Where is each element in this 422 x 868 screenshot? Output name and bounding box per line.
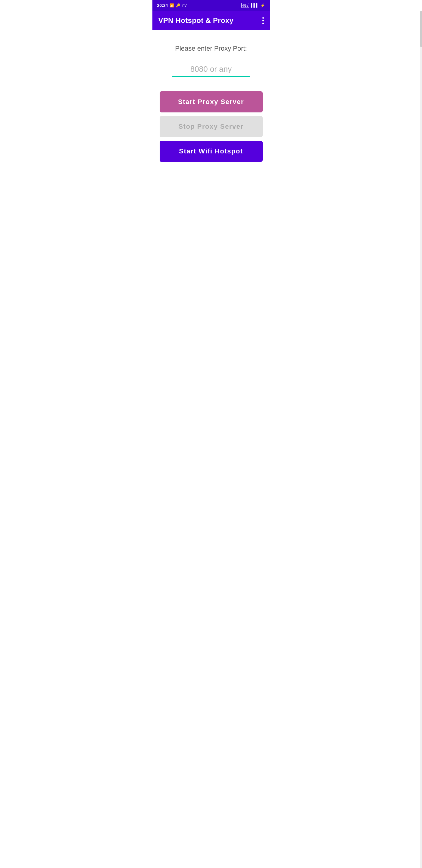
proxy-port-input[interactable]	[172, 62, 250, 77]
more-options-icon[interactable]	[262, 17, 264, 24]
proxy-port-label: Please enter Proxy Port:	[175, 44, 247, 53]
status-time: 20:24	[157, 3, 168, 8]
status-bar: 20:24 📶 🔑 nV 4G↓ ▌▌▌ ⚡	[153, 0, 270, 11]
nv-label: nV	[182, 3, 187, 7]
battery-icon: ⚡	[261, 3, 265, 7]
buttons-section: Start Proxy Server Stop Proxy Server Sta…	[160, 91, 263, 162]
main-content: Please enter Proxy Port: Start Proxy Ser…	[153, 30, 270, 868]
start-proxy-button[interactable]: Start Proxy Server	[160, 91, 263, 113]
app-title: VPN Hotspot & Proxy	[158, 16, 234, 25]
vpn-key-icon: 🔑	[176, 3, 181, 7]
lte-icon: 4G↓	[241, 3, 249, 8]
stop-proxy-button[interactable]: Stop Proxy Server	[160, 116, 263, 137]
status-left: 20:24 📶 🔑 nV	[157, 3, 187, 8]
port-input-wrapper	[160, 62, 263, 77]
status-right: 4G↓ ▌▌▌ ⚡	[241, 3, 265, 8]
signal-icon: ▌▌▌	[251, 3, 259, 7]
wifi-icon: 📶	[170, 3, 174, 7]
start-hotspot-button[interactable]: Start Wifi Hotspot	[160, 141, 263, 162]
app-bar: VPN Hotspot & Proxy	[153, 11, 270, 30]
